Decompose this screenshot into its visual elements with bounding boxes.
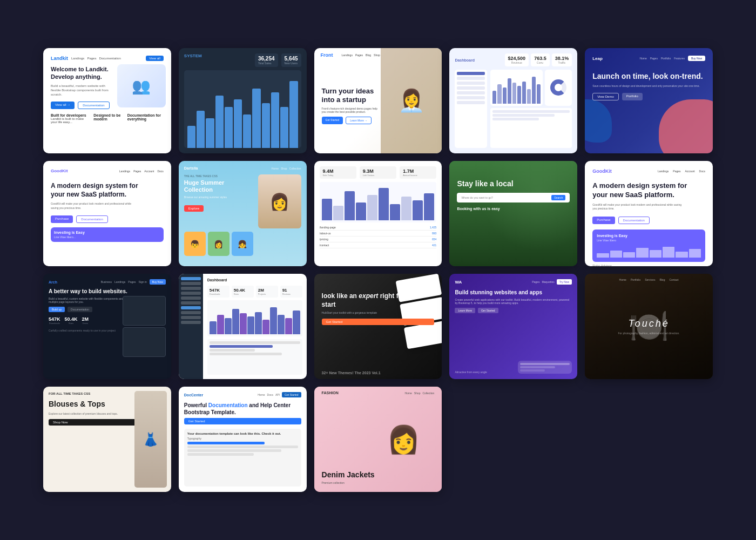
docs-btn[interactable]: Get Started [184,418,301,424]
card-goodkit-large[interactable]: GoodKit Landings Pages Account Docs A mo… [585,161,713,266]
card-goodkit-small[interactable]: GoodKit Landings Pages Account Docs A mo… [43,161,171,266]
wa-screen-preview [518,361,572,374]
card-analytics[interactable]: 9.4M Sale Today 9.3M Link Visitors 1.7M … [314,161,442,266]
fs-item-7 [181,306,201,309]
gk-l-btn2[interactable]: Documentation [618,217,650,224]
bar-item [497,84,501,103]
goodkit-large-sub: GoodKit will make your product look mode… [592,203,683,211]
bar-item [503,87,507,103]
summer-title: Huge Summer Collection [184,179,254,193]
bar-item [333,206,343,220]
card-leap[interactable]: Leap Home Pages Portfolio Features Buy N… [585,48,713,153]
falcon-main: Dashboard 547K Downloads 50.4K Stars 2M … [203,274,307,379]
card-touche[interactable]: 🍽️ Home Portfolio Services Blog Contact … [585,274,713,379]
leap-nav-1: Home [639,57,646,60]
card-falcon[interactable]: Dashboard 547K Downloads 50.4K Stars 2M … [179,274,307,379]
landkit-cta-btn[interactable]: View all [146,56,164,61]
db-num-1: 36,254 [258,56,275,62]
wa-nav-2: Maquettes [542,280,554,284]
donut-circle [550,79,566,96]
invest-bar [610,251,622,258]
card-front[interactable]: Front Landings Pages Blog Shop Buy Now T… [314,48,442,153]
bar-item [252,89,260,148]
card-dashboard-dark[interactable]: SYSTEM 36,254 Total Sales 5,645 New User… [179,48,307,153]
wa-btn1[interactable]: Learn More [455,308,475,313]
fs-item-10 [181,321,201,324]
bar-item [225,318,232,334]
landkit-logo: Landkit [51,56,68,61]
search-btn[interactable]: Search [551,195,565,200]
falcon-sidebar [179,274,203,379]
feature-1: Built for developers Landkit is built to… [51,113,88,124]
goodkit-large-btns: Purchase Documentation [592,217,705,224]
local-content: Stay like a local Where do you want to g… [457,168,570,211]
bar-item [367,195,377,220]
card-webapps[interactable]: WA Pages Maquettes Try Now Build stunnin… [449,274,577,379]
fs-item-4 [181,292,201,295]
dw-stat-1: $24,500 Revenue [505,53,529,66]
card-landkit[interactable]: Landkit Landings Pages Documentation Vie… [43,48,171,153]
card-docs[interactable]: DocCenter Home Docs API Get Started Powe… [179,387,307,492]
fs-item-9 [181,316,201,319]
expert-btn[interactable]: Get Started [322,319,435,325]
card-arch[interactable]: Arch Business Landings Pages Sign in Buy… [43,274,171,379]
landkit-btn1[interactable]: View all → [51,102,75,109]
arch-logo: Arch [49,280,57,284]
leap-nav-4: Features [674,57,685,60]
landkit-btn2[interactable]: Documentation [78,102,109,109]
gk-nav-1: Landings [119,170,130,173]
wa-btn2[interactable]: Get Started [478,308,498,313]
card-denim[interactable]: FASHION Home Shop Collection 👩 Denim Jac… [314,387,442,492]
summer-btn[interactable]: Explore [184,205,204,212]
arch-btn1[interactable]: Build up [49,307,65,312]
bar-item [217,315,224,334]
denim-content: Denim Jackets Premium collection [314,387,442,492]
goodkit-btns: Purchase Documentation [51,215,164,223]
expert-sub: HubStart your toolkit with a gorgeous te… [322,311,435,314]
front-btn2[interactable]: Learn More → [346,117,372,124]
dw-label-1: Revenue [508,61,526,64]
dw-num-2: 763.5 [534,56,546,61]
analytics-bar-chart [320,182,437,222]
robo-label: Robo Advisor [592,264,705,266]
dw-stat-2: 763.5 Conv. [531,53,550,66]
arch-btn2[interactable]: Documentation [68,307,92,312]
front-btn1[interactable]: Get Started [322,117,343,124]
doc-cta[interactable]: Get Started [282,392,301,397]
docs-navbar: DocCenter Home Docs API Get Started [184,392,301,397]
doc-item-2 [187,446,298,448]
bar-item [270,307,277,334]
summer-logo: Dartslla [184,166,198,170]
nav-item: Blog [366,53,371,57]
card-dashboard-white[interactable]: Dashboard $24,500 Revenue 763.5 Conv. 38… [449,48,577,153]
leap-btn1[interactable]: View Demo [592,93,619,100]
sidebar-item [457,77,485,80]
card-blouses[interactable]: FOR ALL TIME TAKES CSS Shop Collection B… [43,387,171,492]
nav-item: Pages [355,53,363,57]
dw-stat-3: 38.1% Traffic [552,53,572,66]
leap-cta[interactable]: Buy Now [688,56,705,61]
blob-decoration [659,99,713,153]
bar-item [508,78,511,104]
card-expert[interactable]: look like an expert right from the start… [314,274,442,379]
gk-btn2[interactable]: Documentation [76,215,107,223]
gk-btn1[interactable]: Purchase [51,215,73,223]
card-local[interactable]: Stay like a local Where do you want to g… [449,161,577,266]
summer-sub: Browse our amazing summer styles [184,195,254,199]
leap-logo: Leap [592,56,603,61]
falcon-title: Dashboard [207,278,302,282]
gk-l-btn1[interactable]: Purchase [592,217,615,224]
preview-row [520,363,570,365]
dw-main [490,70,572,148]
gk-nav-4: Docs [157,170,163,173]
card-summer[interactable]: Dartslla Home Shop Collection THE ALL TI… [179,161,307,266]
gk-nav-2: Pages [133,170,141,173]
local-search-bar[interactable]: Where do you want to go? Search [457,193,570,202]
wa-cta[interactable]: Try Now [557,279,572,285]
dw-label-3: Traffic [555,61,569,64]
an-row-3: /pricing 654 [320,237,437,242]
gk-nav-3: Account [144,170,154,173]
leap-btn2[interactable]: Portfolio [622,93,643,100]
doc-nav-1: Home [258,393,265,396]
falcon-chart [207,300,302,336]
